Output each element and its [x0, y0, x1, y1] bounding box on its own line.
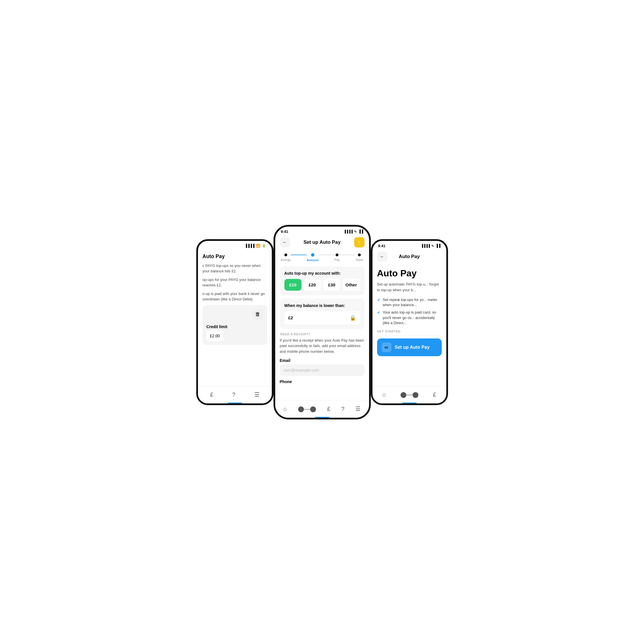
- step-dot-amount: [311, 253, 314, 257]
- setup-btn-label: Set up Auto Pay: [395, 345, 430, 350]
- step-line-1: [291, 255, 306, 255]
- step-line-2: [318, 255, 334, 255]
- center-header: ← Set up Auto Pay ⚡: [275, 235, 369, 250]
- nav-menu-center[interactable]: ☰: [355, 405, 360, 412]
- nav-home-center[interactable]: ⌂: [284, 406, 287, 412]
- nav-route-center[interactable]: ⬤—⬤: [298, 405, 316, 412]
- nav-home-right[interactable]: ⌂: [383, 391, 386, 398]
- center-bottom-nav: ⌂ ⬤—⬤ £ ? ☰: [275, 400, 369, 418]
- right-status-icons: ▐▐▐▐ ∿ ▐▐: [421, 244, 440, 248]
- nav-indicator-right: [402, 403, 417, 403]
- battery-icon: 🔋: [262, 244, 266, 248]
- nav-payment-center[interactable]: £: [327, 406, 330, 412]
- left-page-title: Auto Pay: [203, 253, 267, 259]
- step-done: Done: [356, 253, 363, 261]
- left-status-bar: ▐▐▐▐ 📶 🔋: [198, 241, 272, 249]
- nav-indicator-center: [315, 417, 329, 418]
- route-icon-right: ⬤—⬤: [400, 391, 419, 398]
- left-status-icons: ▐▐▐▐ 📶 🔋: [245, 244, 266, 248]
- signal-icon: ▐▐▐▐: [245, 244, 254, 248]
- nav-route-right[interactable]: ⬤—⬤: [400, 391, 419, 398]
- center-status-bar: 9:41 ▐▐▐▐ ∿ ▐▐: [275, 227, 369, 235]
- check-icon-2: ✔: [377, 310, 381, 315]
- step-dot-energy: [284, 253, 287, 256]
- left-phone: ▐▐▐▐ 📶 🔋 Auto Pay c PAYG top-ups so you …: [196, 239, 274, 405]
- setup-auto-pay-button[interactable]: ∞ Set up Auto Pay: [377, 338, 442, 356]
- right-signal-icon: ▐▐▐▐: [421, 244, 430, 247]
- right-status-bar: 9:41 ▐▐▐▐ ∿ ▐▐: [372, 241, 446, 249]
- amount-other-btn[interactable]: Other: [343, 279, 360, 291]
- step-label-pay: Pay: [334, 258, 340, 261]
- step-amount: Amount: [307, 253, 319, 262]
- lock-icon: 🔒: [350, 315, 356, 321]
- center-status-icons: ▐▐▐▐ ∿ ▐▐: [344, 229, 363, 233]
- get-started-label: GET STARTED: [377, 330, 442, 333]
- left-body-text-3: o-up is paid with your bank ll never go …: [203, 291, 267, 302]
- amount-20-btn[interactable]: £20: [304, 279, 321, 291]
- back-button[interactable]: ←: [280, 237, 290, 247]
- step-label-done: Done: [356, 258, 363, 261]
- right-phone: 9:41 ▐▐▐▐ ∿ ▐▐ ← Auto Pay Auto Pay Set u…: [371, 239, 448, 405]
- auto-pay-desc: Set up automatic PAYG top-u... forget to…: [377, 282, 442, 294]
- right-header: ← Auto Pay: [372, 249, 446, 264]
- amount-10-btn[interactable]: £10: [284, 279, 302, 291]
- check-text-2: Your auto top-up is paid card, so you'll…: [383, 310, 442, 326]
- nav-help-left[interactable]: ?: [232, 391, 235, 398]
- left-content: Auto Pay c PAYG top-ups so you never whe…: [198, 249, 272, 350]
- right-wifi-icon: ∿: [431, 244, 434, 248]
- step-dot-done: [358, 253, 361, 256]
- payment-icon-right: £: [433, 391, 436, 398]
- amount-30-btn[interactable]: £30: [323, 279, 340, 291]
- nav-help-center[interactable]: ?: [341, 406, 344, 412]
- nav-payment-right[interactable]: £: [433, 391, 436, 398]
- right-battery-icon: ▐▐: [435, 244, 440, 248]
- email-input[interactable]: sam@example.com: [280, 364, 364, 376]
- step-dot-pay: [336, 253, 338, 256]
- nav-indicator-left: [228, 403, 242, 403]
- payment-icon: £: [210, 391, 213, 398]
- credit-label: Credit limit: [207, 324, 263, 329]
- center-header-title: Set up Auto Pay: [304, 239, 341, 245]
- help-icon-center: ?: [341, 406, 344, 412]
- left-body-text-2: op-ups for your PAYG your balance reache…: [203, 277, 267, 288]
- balance-value: £2: [288, 315, 293, 320]
- balance-title: When my balance is lower than:: [284, 303, 360, 308]
- center-battery-icon: ▐▐: [358, 229, 363, 233]
- balance-card: When my balance is lower than: £2 🔒: [280, 299, 364, 329]
- menu-icon: ☰: [254, 391, 259, 398]
- right-content: Auto Pay Set up automatic PAYG top-u... …: [372, 264, 446, 360]
- infinity-icon: ∞: [382, 342, 391, 352]
- home-icon-right: ⌂: [383, 391, 386, 398]
- route-icon-center: ⬤—⬤: [298, 405, 316, 412]
- right-back-button[interactable]: ←: [377, 251, 387, 262]
- right-time: 9:41: [378, 244, 386, 248]
- checklist-item-2: ✔ Your auto top-up is paid card, so you'…: [377, 310, 442, 326]
- check-text-1: Set repeat top-ups for yo... meter when …: [383, 297, 442, 308]
- wifi-icon: 📶: [256, 244, 260, 248]
- step-line-3: [340, 255, 356, 255]
- help-icon: ?: [232, 391, 235, 398]
- check-icon-1: ✔: [377, 298, 381, 302]
- menu-icon-center: ☰: [355, 405, 360, 412]
- delete-button[interactable]: 🗑: [252, 309, 263, 320]
- left-credit-card: 🗑 Credit limit £2.00: [203, 305, 267, 345]
- auto-pay-title: Auto Pay: [377, 268, 442, 279]
- step-label-energy: Energy: [281, 258, 291, 261]
- nav-menu-left[interactable]: ☰: [254, 391, 259, 398]
- step-pay: Pay: [334, 253, 340, 261]
- center-time: 9:41: [281, 229, 288, 234]
- nav-payment-left[interactable]: £: [210, 391, 213, 398]
- center-phone: 9:41 ▐▐▐▐ ∿ ▐▐ ← Set up Auto Pay ⚡ Energ…: [274, 225, 371, 419]
- amount-options: £10 £20 £30 Other: [284, 279, 360, 291]
- center-wifi-icon: ∿: [354, 229, 357, 233]
- lightning-button[interactable]: ⚡: [354, 237, 364, 247]
- auto-topup-title: Auto top-up my account with:: [284, 271, 360, 276]
- receipt-desc: If you'd like a receipt when your Auto P…: [280, 338, 364, 354]
- progress-stepper: Energy Amount Pay Done: [275, 250, 369, 264]
- receipt-label: NEED A RECEIPT?: [280, 332, 364, 336]
- right-bottom-nav: ⌂ ⬤—⬤ £: [372, 386, 446, 403]
- left-bottom-nav: £ ? ☰: [198, 386, 272, 403]
- left-body-text-1: c PAYG top-ups so you never when your ba…: [203, 263, 267, 274]
- home-icon-center: ⌂: [284, 406, 287, 412]
- credit-value: £2.00: [207, 331, 223, 341]
